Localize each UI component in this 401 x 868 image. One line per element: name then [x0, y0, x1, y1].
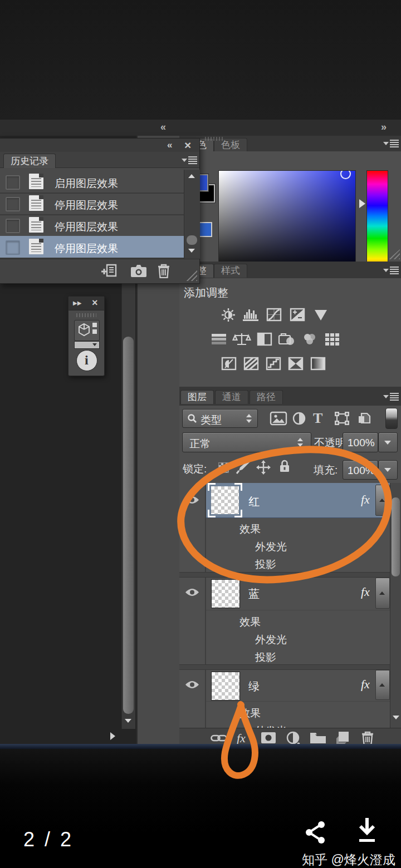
- close-panel-icon[interactable]: ×: [92, 297, 98, 309]
- adjustment-selective-color-icon[interactable]: [309, 356, 327, 372]
- layer-name[interactable]: 绿: [248, 679, 260, 694]
- adjustment-invert-icon[interactable]: [220, 356, 238, 372]
- layer-fx-badge[interactable]: fx: [361, 677, 370, 692]
- effects-row[interactable]: 效果: [239, 708, 261, 718]
- link-layers-icon[interactable]: [211, 732, 227, 743]
- adjustment-color-lookup-icon[interactable]: [323, 332, 342, 347]
- history-row[interactable]: 停用图层效果: [0, 193, 184, 215]
- color-field[interactable]: [218, 170, 356, 274]
- expand-panel-icon[interactable]: ▶▶: [73, 300, 81, 306]
- history-source-checkbox[interactable]: [6, 240, 20, 255]
- layer-thumbnail[interactable]: [211, 672, 240, 701]
- scrollbar-thumb[interactable]: [187, 235, 197, 245]
- tab-history[interactable]: 历史记录: [3, 154, 56, 168]
- layer-row-red[interactable]: 红 fx: [206, 483, 390, 518]
- collapse-effects-button[interactable]: [375, 485, 390, 516]
- layer-thumbnail[interactable]: [211, 486, 239, 514]
- adjustment-hue-saturation-icon[interactable]: [209, 332, 228, 347]
- lock-transparency-icon[interactable]: [218, 462, 229, 473]
- canvas-vertical-scrollbar[interactable]: [121, 278, 135, 729]
- history-scrollbar[interactable]: [184, 170, 200, 259]
- filter-adjustment-layers-icon[interactable]: [292, 412, 306, 425]
- adjustment-color-balance-icon[interactable]: [232, 332, 251, 347]
- effects-row[interactable]: 效果: [239, 617, 261, 627]
- tab-layers[interactable]: 图层: [180, 390, 214, 404]
- layer-fx-badge[interactable]: fx: [361, 585, 370, 599]
- scroll-down-icon[interactable]: [393, 716, 399, 719]
- hue-slider-pointer[interactable]: [359, 199, 365, 208]
- lock-all-icon[interactable]: [278, 459, 291, 474]
- close-panel-icon[interactable]: ×: [184, 139, 191, 152]
- opacity-dropdown-button[interactable]: [378, 432, 398, 452]
- new-document-from-state-icon[interactable]: [101, 264, 118, 278]
- add-layer-mask-icon[interactable]: [261, 732, 276, 744]
- filter-image-layers-icon[interactable]: [270, 411, 287, 426]
- history-source-checkbox[interactable]: [6, 219, 20, 233]
- fill-field[interactable]: 100%: [343, 460, 378, 480]
- layers-scrollbar[interactable]: [390, 483, 401, 728]
- new-group-icon[interactable]: [310, 732, 326, 744]
- history-row-selected[interactable]: 停用图层效果: [0, 236, 184, 259]
- effect-drop-shadow-row[interactable]: 投影: [255, 652, 276, 663]
- layer-eye-toggle[interactable]: [185, 680, 199, 689]
- scroll-down-icon[interactable]: [188, 249, 195, 253]
- new-snapshot-icon[interactable]: [130, 264, 147, 278]
- filter-text-layers-icon[interactable]: T: [313, 410, 322, 427]
- adjustment-gradient-map-icon[interactable]: [287, 356, 305, 372]
- adjustment-black-white-icon[interactable]: [256, 332, 273, 347]
- canvas-horizontal-scroll-arrow[interactable]: [110, 732, 115, 740]
- adjustment-levels-icon[interactable]: [241, 307, 260, 323]
- color-panel-menu-icon[interactable]: [383, 139, 399, 148]
- effect-outer-glow-row[interactable]: 外发光: [255, 634, 287, 645]
- history-row[interactable]: 启用图层效果: [0, 171, 184, 194]
- adjustment-curves-icon[interactable]: [265, 307, 283, 323]
- adjustment-vibrance-icon[interactable]: [312, 307, 330, 323]
- collapse-panel-icon[interactable]: «: [167, 140, 172, 151]
- adjustment-posterize-icon[interactable]: [242, 356, 260, 372]
- layer-eye-toggle[interactable]: [185, 588, 199, 597]
- scrollbar-thumb[interactable]: [123, 337, 134, 714]
- lock-pixels-brush-icon[interactable]: [234, 459, 251, 475]
- history-titlebar[interactable]: « ×: [0, 139, 199, 152]
- layer-fx-badge[interactable]: fx: [361, 492, 370, 507]
- tab-styles[interactable]: 样式: [214, 264, 247, 278]
- tab-paths[interactable]: 路径: [250, 390, 283, 404]
- collapse-effects-button[interactable]: [375, 578, 390, 609]
- adjustment-exposure-icon[interactable]: [288, 307, 306, 323]
- opacity-field[interactable]: 100%: [343, 432, 378, 452]
- fill-dropdown-button[interactable]: [378, 460, 398, 480]
- hue-strip[interactable]: [366, 170, 388, 274]
- new-layer-icon[interactable]: [336, 731, 349, 745]
- layer-row-green[interactable]: 绿 fx: [206, 669, 390, 702]
- adjustment-brightness-contrast-icon[interactable]: [219, 307, 237, 323]
- delete-history-icon[interactable]: [157, 263, 170, 278]
- layer-row-blue[interactable]: 蓝 fx: [206, 576, 390, 610]
- download-icon[interactable]: [355, 817, 379, 842]
- lock-position-icon[interactable]: [256, 460, 271, 475]
- color-field-marker[interactable]: [340, 170, 351, 179]
- share-icon[interactable]: [304, 820, 326, 845]
- info-panel-button[interactable]: i: [76, 350, 97, 371]
- scroll-up-icon[interactable]: [188, 174, 195, 178]
- adjustment-photo-filter-icon[interactable]: [277, 332, 296, 347]
- layer-filter-kind-dropdown[interactable]: 类型: [182, 409, 258, 428]
- scrollbar-thumb[interactable]: [392, 497, 400, 576]
- collapse-right-icon[interactable]: »: [381, 121, 387, 133]
- panel-resize-grip[interactable]: [389, 249, 400, 259]
- adjust-panel-menu-icon[interactable]: [383, 266, 399, 275]
- delete-layer-icon[interactable]: [361, 731, 374, 745]
- blend-mode-dropdown[interactable]: 正常: [182, 432, 311, 452]
- filter-shape-layers-icon[interactable]: [334, 411, 350, 426]
- scroll-down-icon[interactable]: [125, 719, 131, 723]
- layer-filter-toggle[interactable]: [385, 408, 398, 429]
- mini-dropdown[interactable]: [74, 341, 100, 349]
- effect-drop-shadow-row[interactable]: 投影: [255, 559, 276, 570]
- mini-panel-titlebar[interactable]: ▶▶ ×: [69, 297, 104, 310]
- adjustment-threshold-icon[interactable]: [265, 356, 282, 372]
- layer-name[interactable]: 红: [248, 494, 260, 509]
- layers-panel-menu-icon[interactable]: [383, 392, 399, 401]
- adjustment-channel-mixer-icon[interactable]: [300, 332, 319, 347]
- tab-channels[interactable]: 通道: [215, 390, 248, 404]
- history-row[interactable]: 停用图层效果: [0, 214, 184, 237]
- 3d-panel-button[interactable]: [74, 320, 100, 341]
